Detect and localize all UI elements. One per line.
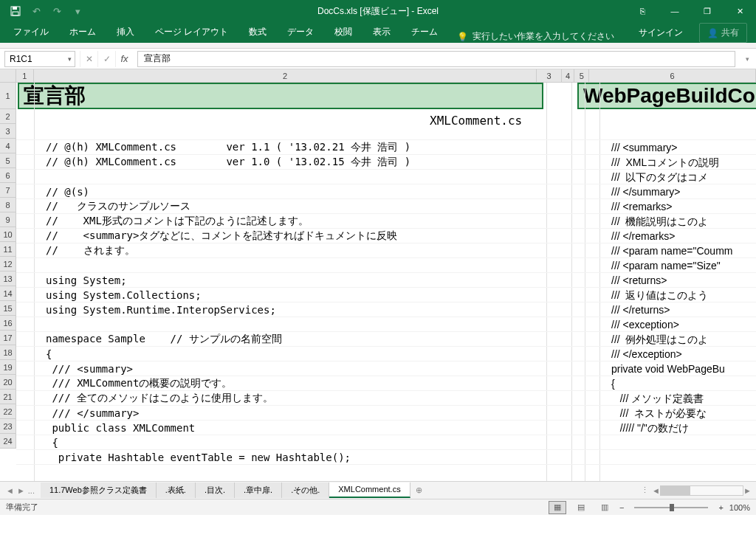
select-all-corner[interactable] bbox=[0, 69, 16, 83]
row-header[interactable]: 16 bbox=[0, 316, 16, 331]
fx-button[interactable]: fx bbox=[115, 51, 133, 67]
code-cell[interactable]: /// 例外処理はこのよ bbox=[611, 332, 732, 347]
code-cell[interactable]: { bbox=[611, 376, 732, 391]
view-normal-button[interactable]: ▦ bbox=[549, 501, 566, 514]
row-header[interactable]: 5 bbox=[0, 153, 16, 168]
save-button[interactable] bbox=[6, 1, 25, 21]
row-header[interactable]: 8 bbox=[0, 198, 16, 212]
restore-button[interactable]: ❐ bbox=[691, 0, 724, 22]
row-header[interactable]: 24 bbox=[0, 434, 16, 449]
hscroll-thumb[interactable] bbox=[661, 486, 690, 495]
row-header[interactable]: 10 bbox=[0, 227, 16, 242]
code-cell[interactable]: /// <param name="Coumm bbox=[611, 243, 732, 258]
code-cell[interactable]: /// <returns> bbox=[611, 273, 732, 288]
tab-insert[interactable]: 挿入 bbox=[106, 21, 145, 43]
row-header[interactable]: 9 bbox=[0, 212, 16, 227]
code-cell[interactable]: /// 返り値はこのよう bbox=[611, 288, 732, 302]
column-header[interactable]: 5 bbox=[574, 69, 589, 82]
column-header[interactable]: 4 bbox=[562, 69, 575, 82]
cancel-formula-button[interactable]: ✕ bbox=[80, 51, 97, 67]
grid[interactable]: 宣言部 WebPageBuildCo XMLComment.cs // @(h)… bbox=[16, 83, 756, 481]
code-cell[interactable]: { bbox=[16, 435, 756, 450]
add-sheet-button[interactable]: ⊕ bbox=[410, 485, 428, 495]
row-header[interactable]: 2 bbox=[0, 109, 16, 124]
scroll-right-button[interactable]: ► bbox=[743, 486, 752, 495]
ribbon-options-button[interactable]: ⎘ bbox=[626, 0, 659, 22]
formula-expand-button[interactable]: ▾ bbox=[746, 55, 755, 63]
code-cell[interactable]: /// </remarks> bbox=[611, 229, 732, 243]
row-header[interactable]: 18 bbox=[0, 345, 16, 360]
sheet-tab[interactable]: .章中扉. bbox=[235, 483, 282, 498]
sheet-nav-prev[interactable]: ◄ bbox=[6, 486, 14, 495]
code-cell[interactable]: /// </returns> bbox=[611, 302, 732, 317]
sheet-nav-next[interactable]: ► bbox=[17, 486, 25, 495]
sheet-tab[interactable]: XMLComment.cs bbox=[329, 483, 410, 498]
code-cell[interactable]: /// 以下のタグはコメ bbox=[611, 170, 732, 184]
row-header[interactable]: 14 bbox=[0, 286, 16, 301]
row-header[interactable]: 7 bbox=[0, 183, 16, 198]
zoom-slider[interactable] bbox=[634, 507, 708, 508]
sheet-nav-more[interactable]: ... bbox=[28, 486, 35, 495]
sheet-tab[interactable]: .その他. bbox=[282, 483, 329, 498]
row-header[interactable]: 23 bbox=[0, 419, 16, 434]
row-header[interactable]: 17 bbox=[0, 331, 16, 345]
row-header[interactable]: 15 bbox=[0, 301, 16, 316]
code-cell[interactable]: /// 機能説明はこのよ bbox=[611, 214, 732, 229]
minimize-button[interactable]: — bbox=[659, 0, 691, 22]
tab-formulas[interactable]: 数式 bbox=[238, 21, 277, 43]
row-header[interactable]: 21 bbox=[0, 390, 16, 404]
code-cell[interactable]: /// <summary> bbox=[611, 140, 732, 155]
column-header[interactable]: 1 bbox=[16, 69, 34, 82]
column-header[interactable]: 3 bbox=[537, 69, 561, 82]
zoom-in-button[interactable]: + bbox=[718, 503, 723, 512]
redo-button[interactable]: ↷ bbox=[47, 1, 66, 21]
close-button[interactable]: ✕ bbox=[724, 0, 756, 22]
row-header[interactable]: 20 bbox=[0, 375, 16, 390]
qat-more-button[interactable]: ▾ bbox=[68, 1, 87, 21]
tab-file[interactable]: ファイル bbox=[3, 21, 59, 43]
code-cell[interactable]: /// </exception> bbox=[611, 347, 732, 362]
code-cell[interactable]: private Hashtable eventTable = new Hasht… bbox=[16, 450, 756, 465]
row-header[interactable]: 12 bbox=[0, 257, 16, 272]
code-cell[interactable]: /// <remarks> bbox=[611, 199, 732, 214]
code-cell[interactable]: /// <exception> bbox=[611, 317, 732, 332]
tab-home[interactable]: ホーム bbox=[59, 21, 106, 43]
sheet-tab[interactable]: .目次. bbox=[196, 483, 235, 498]
sheet-tab[interactable]: 11.7Web参照クラス定義書 bbox=[41, 483, 157, 498]
code-cell[interactable]: private void WebPageBu bbox=[611, 362, 732, 376]
code-cell[interactable]: /// </summary> bbox=[611, 184, 732, 199]
code-cell[interactable]: /// メソッド定義書 bbox=[611, 391, 732, 406]
zoom-out-button[interactable]: − bbox=[619, 503, 624, 512]
tab-page-layout[interactable]: ページ レイアウト bbox=[145, 21, 238, 43]
sheet-tab[interactable]: .表紙. bbox=[157, 483, 196, 498]
row-header[interactable]: 6 bbox=[0, 168, 16, 183]
row-header[interactable]: 13 bbox=[0, 272, 16, 286]
scroll-left-button[interactable]: ◄ bbox=[652, 486, 660, 495]
code-cell[interactable] bbox=[16, 125, 756, 140]
scroll-menu-icon[interactable]: ⋮ bbox=[638, 485, 652, 495]
column-header[interactable]: 2 bbox=[34, 69, 537, 82]
row-header[interactable]: 22 bbox=[0, 404, 16, 419]
view-page-layout-button[interactable]: ▤ bbox=[572, 501, 590, 514]
row-header[interactable]: 11 bbox=[0, 242, 16, 257]
view-page-break-button[interactable]: ▥ bbox=[596, 501, 614, 514]
row-header[interactable]: 19 bbox=[0, 360, 16, 375]
signin-link[interactable]: サインイン bbox=[628, 27, 693, 39]
tab-data[interactable]: データ bbox=[277, 21, 324, 43]
section-title-left[interactable]: 宣言部 bbox=[18, 83, 543, 109]
code-cell[interactable]: /// ネストが必要な bbox=[611, 406, 732, 421]
code-cell[interactable]: /// XMLコメントの説明 bbox=[611, 155, 732, 170]
code-cell[interactable]: ///// "/"の数だけ bbox=[611, 421, 732, 435]
tab-view[interactable]: 表示 bbox=[362, 21, 401, 43]
code-cell[interactable]: /// <param name="Size" bbox=[611, 258, 732, 273]
share-button[interactable]: 👤 共有 bbox=[699, 23, 747, 43]
enter-formula-button[interactable]: ✓ bbox=[97, 51, 115, 67]
tell-me-search[interactable]: 💡 実行したい作業を入力してください bbox=[448, 30, 623, 43]
hscrollbar[interactable] bbox=[660, 485, 743, 496]
row-header[interactable]: 4 bbox=[0, 139, 16, 153]
zoom-level[interactable]: 100% bbox=[729, 503, 750, 512]
name-box[interactable]: R1C1 bbox=[4, 51, 75, 67]
tab-team[interactable]: チーム bbox=[401, 21, 448, 43]
undo-button[interactable]: ↶ bbox=[27, 1, 46, 21]
zoom-thumb[interactable] bbox=[670, 504, 674, 511]
